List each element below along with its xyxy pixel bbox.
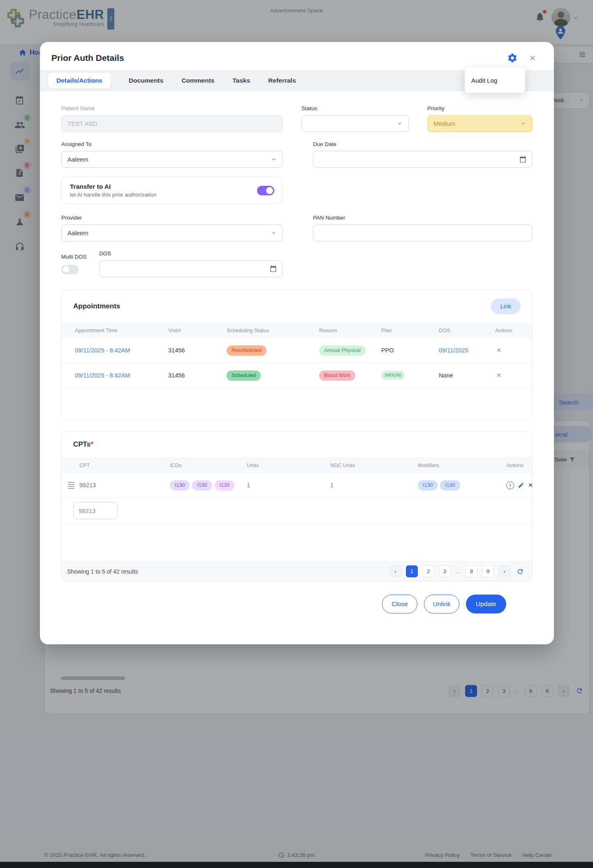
assigned-to-select[interactable]: Aaleem	[61, 151, 283, 168]
modal-title: Prior Auth Details	[51, 53, 507, 63]
units-value: 1	[247, 482, 330, 488]
transfer-ai-toggle[interactable]	[257, 186, 274, 195]
modal-header: Prior Auth Details	[40, 42, 554, 70]
prior-auth-details-modal: Prior Auth Details Audit Log Details/Act…	[40, 42, 554, 644]
new-cpt-input[interactable]	[79, 507, 112, 514]
icd-badge[interactable]: I130	[215, 480, 234, 491]
plan-value: PPO	[381, 347, 439, 354]
cpt-info-icon[interactable]: i	[506, 481, 514, 489]
priority-select[interactable]: Medium	[427, 115, 533, 132]
cpts-page-3-button[interactable]: 3	[439, 565, 451, 577]
patient-name-field	[61, 115, 283, 132]
audit-log-menu-item[interactable]: Audit Log	[471, 77, 497, 84]
cpts-prev-page-button[interactable]: ‹	[389, 565, 401, 577]
modal-body: Patient Name Status Priority Medium	[40, 91, 554, 613]
due-date-input[interactable]	[313, 151, 533, 168]
drag-handle-icon[interactable]	[68, 482, 74, 489]
dos-link[interactable]: 09/11/2025	[439, 347, 495, 354]
modifier-badge[interactable]: I130	[418, 480, 438, 491]
assigned-to-label: Assigned To	[61, 141, 283, 147]
dos-date-input[interactable]	[99, 260, 283, 277]
visit-number: 31456	[168, 372, 227, 379]
visit-number: 31456	[168, 347, 227, 354]
transfer-ai-title: Transfer to AI	[70, 183, 157, 190]
dos-value: None	[439, 372, 495, 379]
reason-badge: Blood Work	[319, 370, 355, 381]
calendar-icon[interactable]	[270, 265, 277, 272]
audit-log-menu: Audit Log	[465, 67, 525, 93]
provider-select[interactable]: Aaleem	[61, 225, 283, 241]
modal-footer: Close Unlink Update	[61, 581, 533, 613]
tab-details-actions[interactable]: Details/Actions	[48, 73, 111, 88]
modal-close-icon[interactable]	[528, 54, 537, 62]
required-asterisk: *	[90, 440, 93, 448]
dos-label: DOS	[99, 250, 283, 257]
unlink-button[interactable]: Unlink	[424, 595, 459, 613]
patient-name-label: Patient Name	[61, 105, 283, 111]
unlink-appointment-icon[interactable]: ✕	[495, 372, 503, 379]
cpts-page-ellipsis: ...	[455, 568, 461, 574]
new-cpt-field[interactable]	[73, 502, 118, 519]
cpts-pagination: Showing 1 to 5 of 42 results ‹ 1 2 3 ...…	[62, 561, 532, 581]
due-date-label: Due Date	[313, 141, 533, 147]
cpts-results-summary: Showing 1 to 5 of 42 results	[67, 568, 138, 575]
close-button[interactable]: Close	[382, 595, 417, 613]
priority-label: Priority	[427, 105, 533, 111]
settings-gear-icon[interactable]	[507, 53, 518, 63]
cpts-page-9-button[interactable]: 9	[482, 565, 494, 577]
cpts-page-2-button[interactable]: 2	[422, 565, 434, 577]
transfer-ai-subtitle: let AI handle this prior authorization	[70, 192, 157, 198]
ndc-units-value: 1	[330, 482, 418, 488]
cpts-page-1-button[interactable]: 1	[406, 565, 418, 577]
appointment-row: 09/11/2025 - 8:42AM 31456 Scheduled Bloo…	[62, 363, 532, 388]
transfer-to-ai-card: Transfer to AI let AI handle this prior …	[61, 177, 283, 204]
tab-comments[interactable]: Comments	[181, 77, 214, 84]
new-cpt-row	[62, 498, 532, 524]
icd-badge[interactable]: I130	[192, 480, 212, 491]
cpt-delete-icon[interactable]: ✕	[528, 482, 533, 488]
cpts-page-8-button[interactable]: 8	[466, 565, 477, 577]
cpts-title: CPTs*	[73, 440, 93, 449]
modifier-badge[interactable]: I130	[440, 480, 460, 491]
tab-tasks[interactable]: Tasks	[233, 77, 250, 84]
chevron-down-icon	[271, 156, 277, 162]
scheduling-status-badge: Scheduled	[227, 370, 261, 381]
provider-label: Provider	[61, 215, 283, 221]
cpts-refresh-icon[interactable]	[517, 568, 524, 575]
status-select[interactable]	[301, 115, 409, 132]
scheduling-status-badge: Rescheduled	[227, 345, 266, 356]
appointment-time-link[interactable]: 09/11/2025 - 8:42AM	[75, 347, 168, 354]
reason-badge: Annual Physical	[319, 345, 366, 356]
tab-documents[interactable]: Documents	[129, 77, 163, 84]
calendar-icon[interactable]	[519, 156, 526, 163]
chevron-down-icon	[271, 230, 277, 236]
link-appointment-button[interactable]: Link	[491, 299, 521, 314]
update-button[interactable]: Update	[466, 595, 506, 613]
multi-dos-toggle[interactable]	[61, 265, 79, 274]
unlink-appointment-icon[interactable]: ✕	[495, 347, 503, 354]
appointments-table-header: Appointment Time Visit# Scheduling Statu…	[62, 323, 532, 338]
appointment-row: 09/11/2025 - 8:42AM 31456 Rescheduled An…	[62, 338, 532, 363]
patient-name-input	[67, 120, 277, 127]
appointments-card: Appointments Link Appointment Time Visit…	[61, 289, 533, 420]
appointments-title: Appointments	[73, 302, 120, 310]
pan-number-field[interactable]	[313, 225, 533, 241]
appointment-time-link[interactable]: 09/11/2025 - 8:42AM	[75, 372, 168, 379]
cpt-edit-pencil-icon[interactable]	[518, 482, 524, 488]
cpt-row: 99213 I130 I130 I130 1 1 I130 I130 i ✕	[62, 473, 532, 498]
pan-number-label: PAN Number	[313, 215, 533, 221]
multi-dos-label: Multi DOS	[61, 254, 94, 260]
cpt-code: 99213	[79, 482, 170, 488]
cpts-next-page-button[interactable]: ›	[498, 565, 510, 577]
plan-badge: (MOUN)	[381, 371, 405, 380]
cpts-table-header: – CPT ICDs Units NDC Units Modifiers Act…	[62, 458, 532, 473]
tab-referrals[interactable]: Referrals	[268, 77, 296, 84]
chevron-down-icon	[520, 120, 526, 127]
status-label: Status	[301, 105, 409, 111]
cpts-card: CPTs* – CPT ICDs Units NDC Units Modifie…	[61, 431, 533, 581]
icd-badge[interactable]: I130	[170, 480, 190, 491]
chevron-down-icon	[396, 120, 403, 127]
pan-number-input[interactable]	[319, 229, 526, 236]
